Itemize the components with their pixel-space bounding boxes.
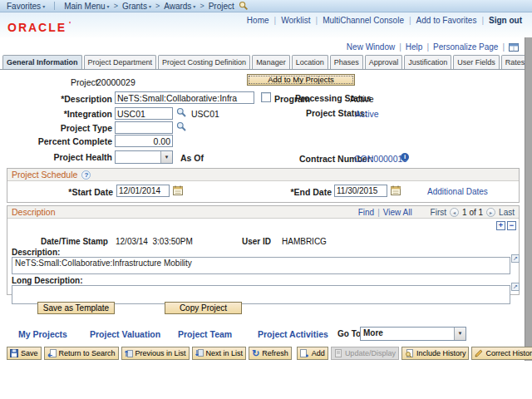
oracle-logo-mark: ' (69, 20, 71, 28)
tab-phases[interactable]: Phases (330, 55, 363, 69)
page-utility-links: New Window | Help | Personalize Page | (347, 42, 519, 52)
return-to-search-icon (47, 349, 57, 357)
tab-approval[interactable]: Approval (365, 55, 403, 69)
tab-location[interactable]: Location (292, 55, 328, 69)
copy-project-button[interactable]: Copy Project (165, 302, 242, 314)
processing-status-value: Active (350, 94, 374, 104)
program-checkbox[interactable] (261, 92, 271, 102)
tab-general-information[interactable]: General Information (2, 55, 82, 69)
tab-user-fields[interactable]: User Fields (453, 55, 500, 69)
oracle-logo: ORACLE (7, 21, 66, 34)
add-icon (300, 349, 309, 357)
description-section-title: Description (12, 207, 56, 217)
new-window-link[interactable]: New Window (347, 42, 395, 52)
include-history-label: Include History (416, 349, 466, 357)
multichannel-console-link[interactable]: MultiChannel Console (323, 16, 404, 25)
breadcrumb-awards[interactable]: Awards ▾ (164, 2, 195, 11)
previous-row-icon[interactable]: ◂ (450, 208, 459, 217)
pipe-separator: | (409, 16, 411, 25)
breadcrumb-grants[interactable]: Grants ▾ (122, 2, 151, 11)
project-valuation-link[interactable]: Project Valuation (90, 329, 160, 339)
favorites-menu[interactable]: Favorites ▾ (7, 2, 45, 11)
scrollbar-track[interactable] (525, 37, 532, 361)
breadcrumb-divider (54, 2, 55, 10)
view-all-link[interactable]: View All (383, 208, 412, 217)
additional-dates-link[interactable]: Additional Dates (427, 187, 488, 196)
next-in-list-button[interactable]: Next in List (192, 347, 247, 360)
add-row-icon[interactable]: + (496, 221, 505, 230)
save-icon (10, 349, 18, 357)
info-icon-glyph: i (401, 153, 409, 161)
first-link[interactable]: First (431, 208, 446, 217)
datetime-stamp-value: 12/03/14 3:03:50PM (116, 237, 193, 246)
return-to-search-button[interactable]: Return to Search (44, 347, 119, 360)
end-date-input[interactable] (334, 185, 387, 197)
tab-justification[interactable]: Justification (404, 55, 451, 69)
save-as-template-button[interactable]: Save as Template (37, 302, 115, 314)
update-display-icon (334, 349, 342, 357)
help-icon[interactable]: ? (81, 170, 91, 180)
save-button[interactable]: Save (7, 347, 42, 360)
pipe-separator: | (399, 42, 401, 52)
previous-in-list-icon (125, 349, 133, 357)
select-arrow-icon[interactable]: ▼ (454, 328, 466, 340)
breadcrumb-project[interactable]: Project (209, 2, 234, 11)
project-health-value (116, 151, 160, 163)
previous-in-list-button[interactable]: Previous in List (121, 347, 190, 360)
tab-project-costing-definition[interactable]: Project Costing Definition (158, 55, 250, 69)
last-link[interactable]: Last (499, 208, 515, 217)
include-history-button[interactable]: Include History (401, 347, 470, 360)
integration-lookup-icon[interactable] (176, 107, 187, 118)
main-menu[interactable]: Main Menu ▾ (64, 2, 109, 11)
include-history-icon (405, 349, 414, 357)
personalize-page-link[interactable]: Personalize Page (433, 42, 498, 52)
user-id-value: HAMBRICG (282, 237, 327, 246)
contract-number-link[interactable]: CON0000015 (354, 154, 407, 164)
description-textarea[interactable]: NeTS:Small:Collaborative:Infrastructure … (12, 257, 510, 274)
correct-history-button[interactable]: Correct History (471, 347, 532, 360)
project-type-lookup-icon[interactable] (176, 121, 187, 132)
search-icon[interactable] (239, 1, 249, 11)
chevron-down-icon: ▾ (107, 3, 110, 9)
project-health-label: Project Health (0, 152, 112, 162)
project-schedule-title: Project Schedule (12, 170, 77, 180)
start-date-calendar-icon[interactable] (173, 185, 183, 195)
integration-input[interactable] (115, 107, 173, 120)
sign-out-link[interactable]: Sign out (489, 16, 522, 25)
main-menu-label: Main Menu (64, 2, 105, 11)
description-input[interactable] (115, 91, 254, 104)
update-display-label: Update/Display (345, 349, 396, 357)
refresh-button[interactable]: ↻ Refresh (249, 347, 292, 360)
personalize-grid-icon[interactable] (509, 43, 519, 52)
pipe-separator: | (274, 16, 277, 25)
info-icon[interactable]: i (401, 151, 409, 161)
home-link[interactable]: Home (247, 16, 269, 25)
find-link[interactable]: Find (358, 208, 374, 217)
add-to-my-projects-button[interactable]: Add to My Projects (247, 74, 355, 86)
help-link[interactable]: Help (406, 42, 423, 52)
as-of-label: As Of (180, 153, 204, 163)
delete-row-icon[interactable]: − (507, 221, 516, 230)
add-button[interactable]: Add (297, 347, 328, 360)
project-type-input[interactable] (115, 121, 173, 134)
project-team-link[interactable]: Project Team (178, 329, 232, 339)
my-projects-link[interactable]: My Projects (18, 329, 67, 339)
start-date-input[interactable] (116, 185, 170, 197)
next-row-icon[interactable]: ▸ (486, 208, 495, 217)
select-arrow-icon[interactable]: ▼ (160, 151, 172, 163)
expand-description-icon[interactable]: ↗ (511, 254, 520, 263)
end-date-calendar-icon[interactable] (391, 185, 401, 195)
chevron-down-icon: ▾ (193, 3, 195, 9)
goto-select[interactable]: More ▼ (360, 327, 466, 341)
worklist-link[interactable]: Worklist (281, 16, 310, 25)
add-to-favorites-link[interactable]: Add to Favorites (416, 16, 477, 25)
pipe-separator: | (377, 208, 380, 217)
project-health-select[interactable]: ▼ (115, 150, 173, 164)
percent-complete-input[interactable] (115, 135, 173, 147)
project-status-link[interactable]: Active (355, 109, 379, 119)
expand-long-description-icon[interactable]: ↗ (511, 283, 520, 291)
tab-manager[interactable]: Manager (252, 55, 290, 69)
project-activities-link[interactable]: Project Activities (258, 329, 328, 339)
tab-rates[interactable]: Rates (501, 55, 525, 69)
tab-project-department[interactable]: Project Department (84, 55, 157, 69)
